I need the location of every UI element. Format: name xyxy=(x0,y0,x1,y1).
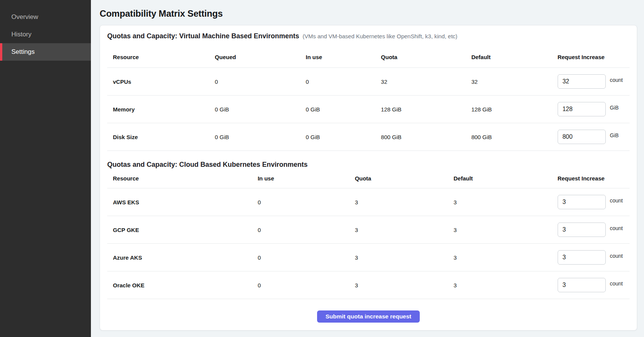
column-header-in-use: In use xyxy=(306,54,381,60)
default-value: 3 xyxy=(453,227,557,233)
sidebar-item-overview[interactable]: Overview xyxy=(0,8,91,26)
resource-name: Azure AKS xyxy=(107,254,258,261)
in-use-value: 0 xyxy=(306,78,381,85)
table-row-memory: Memory 0 GiB 0 GiB 128 GiB 128 GiB GiB xyxy=(107,96,630,123)
cloud-section-heading: Quotas and Capacity: Cloud Based Kuberne… xyxy=(107,161,630,169)
sidebar-item-label: Overview xyxy=(11,13,38,21)
unit-label: count xyxy=(610,77,623,83)
column-header-default: Default xyxy=(471,54,558,60)
column-header-request-increase: Request Increase xyxy=(558,54,630,60)
request-increase-cell: count xyxy=(558,74,630,89)
default-value: 3 xyxy=(453,199,557,205)
cloud-section-title: Quotas and Capacity: Cloud Based Kuberne… xyxy=(107,161,308,169)
default-value: 128 GiB xyxy=(471,106,558,113)
quota-value: 800 GiB xyxy=(381,134,472,140)
column-header-resource: Resource xyxy=(107,175,258,182)
in-use-value: 0 xyxy=(258,227,355,233)
page-title: Compatibility Matrix Settings xyxy=(100,8,637,19)
quota-value: 3 xyxy=(355,254,454,261)
sidebar: Overview History Settings xyxy=(0,0,91,337)
column-header-quota: Quota xyxy=(381,54,472,60)
quota-value: 128 GiB xyxy=(381,106,472,113)
default-value: 3 xyxy=(453,282,557,288)
request-increase-cell: count xyxy=(558,223,630,237)
settings-card: Quotas and Capacity: Virtual Machine Bas… xyxy=(100,25,637,331)
quota-value: 3 xyxy=(355,227,454,233)
unit-label: GiB xyxy=(610,105,619,111)
resource-name: vCPUs xyxy=(107,78,215,85)
request-increase-input[interactable] xyxy=(558,278,606,292)
unit-label: count xyxy=(610,281,623,287)
request-increase-cell: GiB xyxy=(558,102,630,116)
in-use-value: 0 xyxy=(258,199,355,205)
sidebar-item-history[interactable]: History xyxy=(0,26,91,43)
resource-name: GCP GKE xyxy=(107,227,258,233)
quota-value: 3 xyxy=(355,199,454,205)
quota-value: 32 xyxy=(381,78,472,85)
in-use-value: 0 GiB xyxy=(306,134,381,140)
submit-row: Submit quota increase request xyxy=(107,299,630,323)
unit-label: count xyxy=(610,225,623,231)
request-increase-cell: count xyxy=(558,195,630,209)
table-row-vcpus: vCPUs 0 0 32 32 count xyxy=(107,68,630,96)
sidebar-item-label: Settings xyxy=(11,48,34,56)
vm-section-heading: Quotas and Capacity: Virtual Machine Bas… xyxy=(107,32,630,40)
request-increase-input[interactable] xyxy=(558,250,606,265)
submit-quota-increase-button[interactable]: Submit quota increase request xyxy=(317,310,420,323)
sidebar-item-label: History xyxy=(11,31,31,38)
unit-label: count xyxy=(610,197,623,204)
request-increase-cell: GiB xyxy=(558,130,630,144)
table-row-gcp-gke: GCP GKE 0 3 3 count xyxy=(107,216,630,244)
default-value: 800 GiB xyxy=(471,134,558,140)
default-value: 32 xyxy=(471,78,558,85)
vm-section-title: Quotas and Capacity: Virtual Machine Bas… xyxy=(107,32,299,40)
app-window: Overview History Settings Compatibility … xyxy=(0,0,644,337)
request-increase-input[interactable] xyxy=(558,102,606,116)
resource-name: Disk Size xyxy=(107,134,215,140)
unit-label: GiB xyxy=(610,132,619,138)
in-use-value: 0 GiB xyxy=(306,106,381,113)
queued-value: 0 xyxy=(215,78,306,85)
request-increase-input[interactable] xyxy=(558,74,606,89)
quota-value: 3 xyxy=(355,282,454,288)
resource-name: Memory xyxy=(107,106,215,113)
in-use-value: 0 xyxy=(258,254,355,261)
default-value: 3 xyxy=(453,254,557,261)
vm-table-header: Resource Queued In use Quota Default Req… xyxy=(107,47,630,68)
table-row-aws-eks: AWS EKS 0 3 3 count xyxy=(107,188,630,216)
request-increase-cell: count xyxy=(558,278,630,292)
resource-name: AWS EKS xyxy=(107,199,258,205)
main-content: Compatibility Matrix Settings Quotas and… xyxy=(91,0,644,337)
resource-name: Oracle OKE xyxy=(107,282,258,288)
queued-value: 0 GiB xyxy=(215,134,306,140)
table-row-azure-aks: Azure AKS 0 3 3 count xyxy=(107,244,630,271)
request-increase-input[interactable] xyxy=(558,195,606,209)
sidebar-item-settings[interactable]: Settings xyxy=(0,43,91,61)
request-increase-cell: count xyxy=(558,250,630,265)
cloud-table-header: Resource In use Quota Default Request In… xyxy=(107,169,630,188)
column-header-queued: Queued xyxy=(215,54,306,60)
column-header-in-use: In use xyxy=(258,175,355,182)
table-row-oracle-oke: Oracle OKE 0 3 3 count xyxy=(107,271,630,299)
column-header-quota: Quota xyxy=(355,175,454,182)
request-increase-input[interactable] xyxy=(558,130,606,144)
queued-value: 0 GiB xyxy=(215,106,306,113)
in-use-value: 0 xyxy=(258,282,355,288)
vm-section-subtitle: (VMs and VM-based Kubernetes like OpenSh… xyxy=(303,32,458,40)
column-header-resource: Resource xyxy=(107,54,215,60)
table-row-disk-size: Disk Size 0 GiB 0 GiB 800 GiB 800 GiB Gi… xyxy=(107,123,630,151)
unit-label: count xyxy=(610,253,623,259)
request-increase-input[interactable] xyxy=(558,223,606,237)
column-header-default: Default xyxy=(453,175,557,182)
column-header-request-increase: Request Increase xyxy=(558,175,630,182)
